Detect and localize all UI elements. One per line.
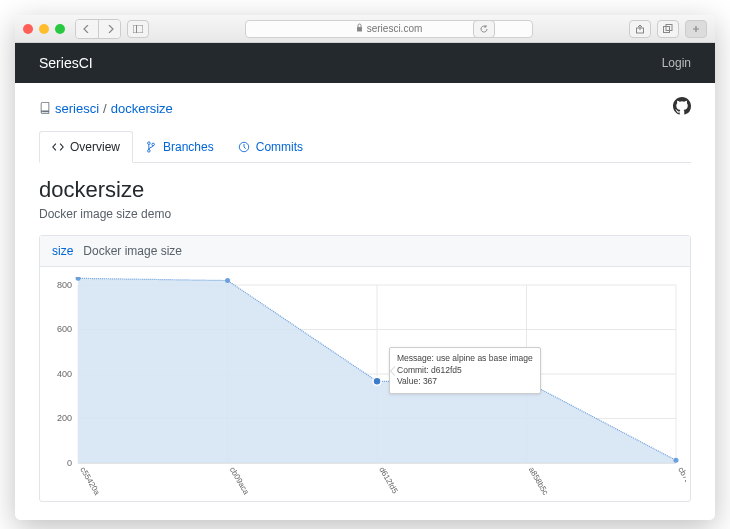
page-subtitle: Docker image size demo bbox=[39, 207, 691, 221]
tab-branches[interactable]: Branches bbox=[133, 131, 226, 162]
svg-text:a858b5c: a858b5c bbox=[527, 466, 550, 497]
svg-point-6 bbox=[148, 141, 151, 144]
svg-text:c55420a: c55420a bbox=[78, 466, 101, 497]
zoom-window-button[interactable] bbox=[55, 24, 65, 34]
panel-head: size Docker image size bbox=[40, 236, 690, 267]
right-chrome bbox=[629, 20, 707, 38]
tabs: Overview Branches Commits bbox=[39, 131, 691, 163]
lock-icon bbox=[356, 23, 363, 34]
tabs-button[interactable] bbox=[657, 20, 679, 38]
login-link[interactable]: Login bbox=[662, 56, 691, 70]
svg-text:800: 800 bbox=[57, 280, 72, 290]
sidebar-button[interactable] bbox=[127, 20, 149, 38]
github-icon bbox=[673, 97, 691, 115]
tabs-icon bbox=[663, 24, 673, 34]
brand[interactable]: SeriesCI bbox=[39, 55, 93, 71]
chart[interactable]: 0200400600800c55420acb09acad612fd5a858b5… bbox=[44, 277, 686, 497]
svg-rect-0 bbox=[133, 25, 143, 33]
breadcrumb-sep: / bbox=[103, 101, 107, 116]
tab-label: Overview bbox=[70, 140, 120, 154]
tab-label: Commits bbox=[256, 140, 303, 154]
series-desc: Docker image size bbox=[83, 244, 182, 258]
svg-point-7 bbox=[152, 143, 155, 146]
github-link[interactable] bbox=[673, 97, 691, 119]
svg-text:cb09aca: cb09aca bbox=[228, 466, 251, 497]
page-content: seriesci / dockersize Overview Branches … bbox=[15, 83, 715, 520]
tooltip-message-label: Message: bbox=[397, 353, 434, 363]
browser-chrome: seriesci.com bbox=[15, 15, 715, 43]
svg-text:400: 400 bbox=[57, 369, 72, 379]
svg-point-34 bbox=[673, 458, 678, 463]
svg-point-8 bbox=[148, 149, 151, 152]
chevron-right-icon bbox=[106, 25, 114, 33]
series-name[interactable]: size bbox=[52, 244, 73, 258]
code-icon bbox=[52, 141, 64, 153]
breadcrumb-row: seriesci / dockersize bbox=[39, 97, 691, 119]
page-title: dockersize bbox=[39, 177, 691, 203]
nav-back-forward bbox=[75, 19, 121, 39]
tooltip-commit-label: Commit: bbox=[397, 365, 429, 375]
chart-panel: size Docker image size 0200400600800c554… bbox=[39, 235, 691, 502]
tab-label: Branches bbox=[163, 140, 214, 154]
breadcrumb: seriesci / dockersize bbox=[39, 101, 173, 116]
close-window-button[interactable] bbox=[23, 24, 33, 34]
svg-text:200: 200 bbox=[57, 414, 72, 424]
reload-button[interactable] bbox=[473, 20, 495, 38]
tooltip-value: 367 bbox=[423, 376, 437, 386]
tooltip-value-label: Value: bbox=[397, 376, 420, 386]
share-icon bbox=[635, 24, 645, 34]
svg-text:d612fd5: d612fd5 bbox=[377, 466, 400, 496]
svg-text:0: 0 bbox=[67, 458, 72, 468]
sidebar-icon bbox=[133, 25, 143, 33]
commit-icon bbox=[238, 141, 250, 153]
top-nav: SeriesCI Login bbox=[15, 43, 715, 83]
reload-icon bbox=[479, 24, 489, 34]
new-tab-button[interactable] bbox=[685, 20, 707, 38]
tab-commits[interactable]: Commits bbox=[226, 131, 315, 162]
tab-overview[interactable]: Overview bbox=[39, 131, 133, 163]
address-text: seriesci.com bbox=[367, 23, 423, 34]
chevron-left-icon bbox=[83, 25, 91, 33]
minimize-window-button[interactable] bbox=[39, 24, 49, 34]
window-controls bbox=[23, 24, 65, 34]
chart-wrap: 0200400600800c55420acb09acad612fd5a858b5… bbox=[40, 267, 690, 501]
svg-text:cb7aece: cb7aece bbox=[676, 466, 686, 497]
back-button[interactable] bbox=[76, 20, 98, 38]
svg-point-32 bbox=[373, 377, 381, 385]
plus-icon bbox=[691, 24, 701, 34]
breadcrumb-repo[interactable]: dockersize bbox=[111, 101, 173, 116]
tooltip-commit: d612fd5 bbox=[431, 365, 462, 375]
svg-text:600: 600 bbox=[57, 325, 72, 335]
chart-tooltip: Message: use alpine as base imageCommit:… bbox=[389, 347, 541, 393]
repo-icon bbox=[39, 102, 51, 114]
share-button[interactable] bbox=[629, 20, 651, 38]
browser-window: seriesci.com SeriesCI Login seriesci bbox=[15, 15, 715, 520]
breadcrumb-owner[interactable]: seriesci bbox=[55, 101, 99, 116]
branch-icon bbox=[145, 141, 157, 153]
forward-button[interactable] bbox=[98, 20, 120, 38]
svg-point-31 bbox=[225, 278, 230, 283]
tooltip-message: use alpine as base image bbox=[436, 353, 532, 363]
svg-rect-2 bbox=[357, 27, 362, 32]
